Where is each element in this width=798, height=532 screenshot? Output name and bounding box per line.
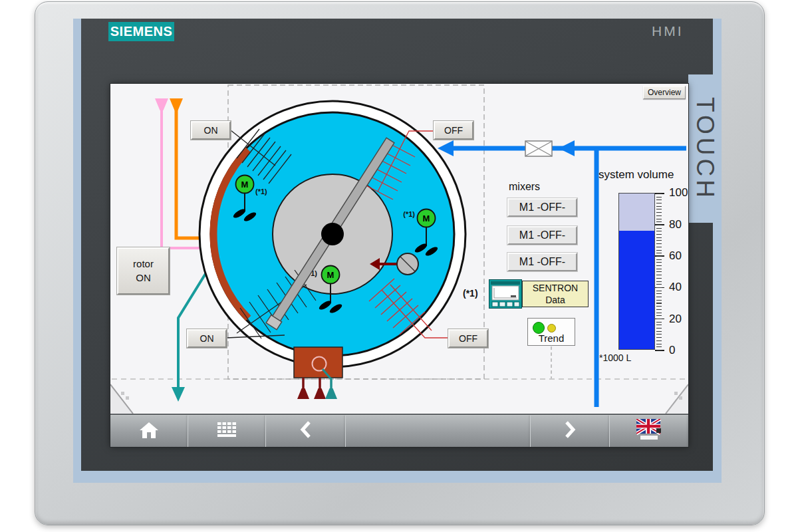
gauge-tick-label: 80 bbox=[669, 218, 688, 231]
gauge-tick-label: 100 bbox=[669, 186, 688, 200]
home-icon bbox=[139, 421, 159, 442]
mixers-heading: mixers bbox=[509, 181, 540, 193]
touch-label: TOUCH bbox=[691, 97, 719, 201]
gauge-tick-label: 60 bbox=[669, 249, 688, 263]
gauge-tick-label: 40 bbox=[669, 281, 688, 294]
mixer-button-2[interactable]: M1 -OFF- bbox=[507, 226, 577, 245]
aeration-on-button-bottom[interactable]: ON bbox=[187, 329, 227, 348]
trend-indicator-yellow bbox=[547, 324, 556, 332]
home-button[interactable] bbox=[110, 415, 188, 447]
language-button[interactable] bbox=[610, 415, 688, 447]
gauge-fill-segment bbox=[619, 231, 654, 349]
tank-outlet bbox=[294, 347, 342, 399]
sentron-button-line2: Data bbox=[545, 294, 565, 306]
navbar-spacer bbox=[346, 415, 531, 447]
rotor-button-line2: ON bbox=[136, 271, 151, 285]
hmi-screen: (*1) M (*1) bbox=[110, 84, 688, 447]
rotor-on-button[interactable]: rotor ON bbox=[117, 247, 170, 295]
language-flag-icon bbox=[636, 419, 662, 443]
mixer-button-3[interactable]: M1 -OFF- bbox=[507, 253, 577, 271]
motor-letter: M bbox=[423, 213, 430, 223]
trend-button[interactable]: Trend bbox=[527, 318, 575, 346]
siemens-logo: SIEMENS bbox=[108, 22, 174, 41]
system-volume-gauge bbox=[618, 193, 655, 350]
sentron-data-button[interactable]: SENTRON Data bbox=[522, 281, 589, 307]
keyboard-icon bbox=[217, 422, 236, 440]
motor-letter: M bbox=[327, 270, 334, 280]
sentron-button-line1: SENTRON bbox=[533, 282, 578, 294]
gauge-minor-ticks bbox=[656, 194, 662, 350]
aeration-on-button-top[interactable]: ON bbox=[191, 121, 231, 140]
motor-letter: M bbox=[241, 180, 249, 190]
keyboard-button[interactable] bbox=[188, 415, 266, 447]
overview-button[interactable]: Overview bbox=[643, 86, 686, 99]
forward-button[interactable] bbox=[531, 415, 610, 447]
aeration-off-button-top[interactable]: OFF bbox=[434, 121, 473, 140]
process-view: (*1) M (*1) bbox=[110, 84, 688, 414]
navbar bbox=[110, 414, 688, 447]
gauge-title: system volume bbox=[598, 168, 674, 182]
gauge-empty-segment bbox=[619, 194, 654, 231]
aeration-off-button-bottom[interactable]: OFF bbox=[448, 329, 488, 348]
sentron-ref-label: (*1) bbox=[463, 288, 478, 299]
motor-ref-label: (*1) bbox=[403, 210, 415, 218]
chevron-left-icon bbox=[299, 420, 313, 442]
hmi-panel: TOUCH SIEMENS HMI bbox=[0, 0, 798, 532]
rotor-button-line1: rotor bbox=[133, 257, 154, 271]
touch-strip: TOUCH bbox=[688, 74, 722, 223]
gauge-scale-factor: *1000 L bbox=[599, 352, 631, 363]
center-hub bbox=[321, 223, 344, 245]
valve-icon bbox=[525, 141, 552, 156]
page-curl-right bbox=[666, 384, 688, 414]
motor-ref-label: (*1) bbox=[255, 188, 267, 196]
trend-label: Trend bbox=[528, 332, 575, 344]
hmi-label: HMI bbox=[652, 23, 684, 39]
mixer-button-1[interactable]: M1 -OFF- bbox=[507, 198, 577, 217]
gauge-tick-label: 0 bbox=[669, 344, 688, 357]
gauge-tick-label: 20 bbox=[669, 313, 688, 326]
chevron-right-icon bbox=[563, 420, 577, 442]
page-curl-left bbox=[110, 384, 133, 414]
back-button[interactable] bbox=[266, 415, 346, 447]
sentron-device-icon[interactable] bbox=[489, 279, 522, 309]
